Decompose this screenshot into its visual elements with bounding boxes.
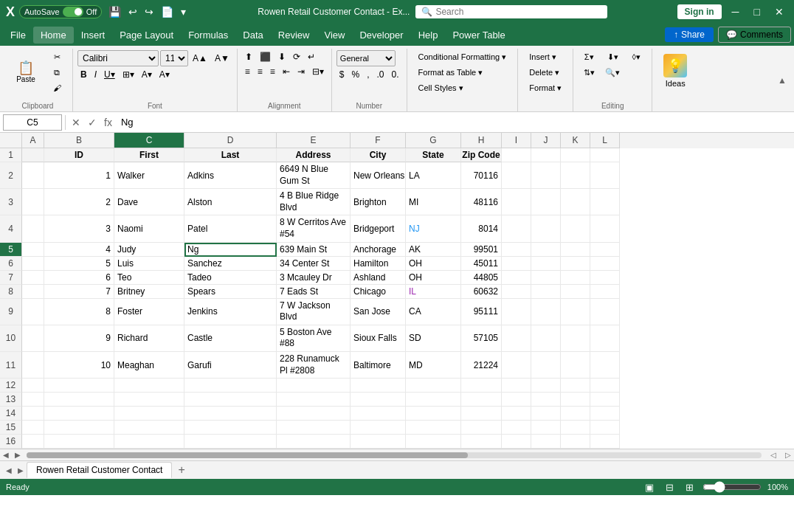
save-button[interactable]: 💾 [106,4,123,19]
cell-K9[interactable] [561,299,590,325]
cell-I4[interactable] [502,215,531,242]
cell-L16[interactable] [590,435,620,449]
cell-H15[interactable] [461,421,502,435]
cell-J16[interactable] [531,435,561,449]
autosum-button[interactable]: Σ▾ [578,50,600,64]
cell-K3[interactable] [561,189,590,215]
menu-view[interactable]: View [317,27,352,44]
delete-button[interactable]: Delete ▾ [522,66,568,80]
sort-filter-button[interactable]: ⇅▾ [578,66,600,80]
row-number-12[interactable]: 12 [0,379,22,393]
font-shrink-button[interactable]: A▼ [212,52,232,65]
italic-button[interactable]: I [92,68,100,81]
cell-K1[interactable] [561,148,590,162]
cell-K15[interactable] [561,421,590,435]
normal-view-button[interactable]: ▣ [642,481,657,494]
cell-D13[interactable] [184,393,277,407]
format-painter-button[interactable]: 🖌 [46,81,68,94]
cell-B11[interactable]: 10 [44,352,114,379]
cell-H13[interactable] [461,393,502,407]
cell-I12[interactable] [502,379,531,393]
menu-data[interactable]: Data [235,27,270,44]
wrap-text-button[interactable]: ↵ [305,50,318,63]
cell-H10[interactable]: 57105 [461,325,502,352]
cell-A4[interactable] [22,215,44,242]
cell-C12[interactable] [114,379,184,393]
cell-D1[interactable]: Last [184,148,277,162]
cell-D7[interactable]: Tadeo [184,271,277,285]
cell-D5[interactable]: Ng [184,243,277,257]
align-bottom-button[interactable]: ⬇ [275,50,289,63]
cell-C2[interactable]: Walker [114,162,184,189]
cell-A9[interactable] [22,299,44,325]
cell-D6[interactable]: Sanchez [184,257,277,271]
cell-E16[interactable] [277,435,351,449]
cell-L5[interactable] [590,243,620,257]
zoom-slider[interactable] [702,481,762,493]
sheet-scroll-right[interactable]: ▶ [15,466,27,474]
cell-F2[interactable]: New Orleans [351,162,406,189]
cell-G9[interactable]: CA [406,299,461,325]
clear-button[interactable]: ◊▾ [625,50,647,64]
cell-D4[interactable]: Patel [184,215,277,242]
cell-K5[interactable] [561,243,590,257]
cell-G3[interactable]: MI [406,189,461,215]
cell-G11[interactable]: MD [406,352,461,379]
cell-A16[interactable] [22,435,44,449]
format-button[interactable]: Format ▾ [522,81,568,95]
row-number-9[interactable]: 9 [0,299,22,325]
percent-button[interactable]: % [349,68,363,81]
cell-L11[interactable] [590,352,620,379]
cell-C13[interactable] [114,393,184,407]
autosave-toggle[interactable] [63,7,83,17]
cell-H6[interactable]: 45011 [461,257,502,271]
cell-A13[interactable] [22,393,44,407]
cell-C11[interactable]: Meaghan [114,352,184,379]
cell-F11[interactable]: Baltimore [351,352,406,379]
cell-A11[interactable] [22,352,44,379]
cell-I8[interactable] [502,285,531,299]
cell-E5[interactable]: 639 Main St [277,243,351,257]
decrease-decimal-button[interactable]: .0 [374,68,387,81]
cell-I11[interactable] [502,352,531,379]
cell-D14[interactable] [184,407,277,421]
col-header-K[interactable]: K [561,133,590,148]
customize-button[interactable]: ▾ [179,4,188,19]
cell-B16[interactable] [44,435,114,449]
col-header-G[interactable]: G [406,133,461,148]
cell-K14[interactable] [561,407,590,421]
col-header-F[interactable]: F [351,133,406,148]
underline-button[interactable]: U▾ [101,68,118,81]
cell-B9[interactable]: 8 [44,299,114,325]
cell-E6[interactable]: 34 Center St [277,257,351,271]
cell-A10[interactable] [22,325,44,352]
scroll-right-button[interactable]: ▶ [12,451,24,459]
cell-L1[interactable] [590,148,620,162]
cell-A6[interactable] [22,257,44,271]
cell-H5[interactable]: 99501 [461,243,502,257]
row-number-16[interactable]: 16 [0,435,22,449]
cell-G16[interactable] [406,435,461,449]
font-family-select[interactable]: Calibri [77,50,159,66]
cell-H2[interactable]: 70116 [461,162,502,189]
merge-button[interactable]: ⊟▾ [309,65,327,78]
cell-L9[interactable] [590,299,620,325]
cell-J2[interactable] [531,162,561,189]
row-number-15[interactable]: 15 [0,421,22,435]
format-as-table-button[interactable]: Format as Table ▾ [412,66,514,80]
cell-L6[interactable] [590,257,620,271]
cell-D11[interactable]: Garufi [184,352,277,379]
bold-button[interactable]: B [77,68,90,81]
cell-J1[interactable] [531,148,561,162]
cell-I15[interactable] [502,421,531,435]
cell-E11[interactable]: 228 Runamuck Pl #2808 [277,352,351,379]
cell-D16[interactable] [184,435,277,449]
cell-G12[interactable] [406,379,461,393]
cell-J6[interactable] [531,257,561,271]
cell-F1[interactable]: City [351,148,406,162]
cell-E9[interactable]: 7 W Jackson Blvd [277,299,351,325]
fill-color-button[interactable]: A▾ [139,68,155,81]
row-number-3[interactable]: 3 [0,189,22,215]
h-scrollbar-thumb[interactable] [27,452,468,458]
cell-F4[interactable]: Bridgeport [351,215,406,242]
